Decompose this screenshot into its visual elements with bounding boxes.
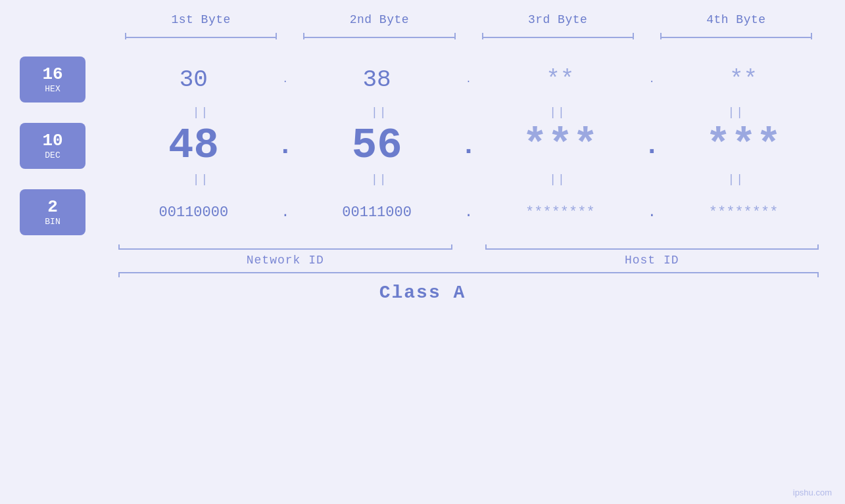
hex-byte3: ** (479, 66, 642, 93)
dec-base: DEC (45, 150, 60, 160)
top-bracket-row (112, 32, 825, 43)
bottom-bracket-row (112, 238, 825, 250)
bracket-byte2-left (303, 33, 304, 39)
dec-byte1: 48 (112, 122, 276, 170)
dec-row: 10 DEC 48 . 56 . *** . *** (20, 122, 825, 170)
bin-base: BIN (45, 217, 60, 227)
class-section: Class A (20, 272, 825, 303)
pipe-sym7: || (549, 173, 566, 186)
bin-label-box: 2 BIN (20, 189, 85, 235)
equals-row-1: || || || || (112, 103, 825, 122)
hostid-bracket (479, 238, 826, 250)
network-id-label: Network ID (112, 254, 459, 267)
bin-number: 2 (47, 198, 58, 217)
hostid-bracket-line (485, 248, 819, 250)
eq1-byte2: || (290, 103, 468, 122)
pipe-sym5: || (193, 173, 210, 186)
netid-bracket (112, 238, 459, 250)
byte-headers: 1st Byte 2nd Byte 3rd Byte 4th Byte (112, 13, 825, 26)
dec-label-box: 10 DEC (20, 123, 85, 169)
dec-byte2: 56 (295, 122, 459, 170)
bracket-byte1-right (276, 33, 277, 39)
bracket-byte3-line (482, 37, 634, 38)
dec-byte4: *** (662, 122, 825, 170)
bin-byte4: ******** (662, 204, 825, 221)
bracket-byte3 (469, 32, 647, 43)
pipe-sym3: || (549, 106, 566, 119)
dec-byte3: *** (479, 122, 642, 170)
bracket-byte2-right (454, 33, 456, 39)
dec-values: 48 . 56 . *** . *** (112, 122, 825, 170)
eq2-byte3: || (469, 170, 647, 189)
bracket-byte3-right (633, 33, 634, 39)
dec-dot2: . (459, 131, 479, 161)
hex-number: 16 (42, 65, 62, 84)
pipe-sym4: || (728, 106, 745, 119)
byte1-header: 1st Byte (112, 13, 290, 26)
watermark: ipshu.com (793, 488, 832, 497)
bracket-spacer (459, 238, 479, 250)
byte3-header: 3rd Byte (469, 13, 647, 26)
bracket-byte4-left (660, 33, 662, 39)
bracket-byte2 (290, 32, 468, 43)
bin-byte3: ******** (479, 204, 642, 221)
dec-dot3: . (642, 131, 662, 161)
netid-bracket-line (118, 248, 452, 250)
main-container: 1st Byte 2nd Byte 3rd Byte 4th Byte (0, 0, 845, 504)
hex-row: 16 HEX 30 . 38 . ** . ** (20, 57, 825, 103)
bin-byte1: 00110000 (112, 204, 276, 221)
dec-dot1: . (276, 131, 295, 161)
hex-byte4: ** (662, 66, 825, 93)
class-bracket-line (118, 272, 819, 273)
eq2-byte1: || (112, 170, 290, 189)
host-id-label: Host ID (479, 254, 826, 267)
class-bracket-left (118, 272, 120, 277)
byte4-header: 4th Byte (647, 13, 825, 26)
eq2-byte2: || (290, 170, 468, 189)
pipe-sym2: || (371, 106, 388, 119)
equals-row-2: || || || || (112, 170, 825, 189)
bin-row: 2 BIN 00110000 . 00111000 . ******** . *… (20, 189, 825, 235)
hex-values: 30 . 38 . ** . ** (112, 66, 825, 93)
class-bracket-right (817, 272, 819, 277)
label-spacer (459, 254, 479, 267)
hex-byte2: 38 (295, 66, 459, 93)
bracket-byte1 (112, 32, 290, 43)
bracket-byte1-line (125, 37, 277, 38)
hostid-bracket-right (817, 244, 819, 250)
hex-dot3: . (642, 74, 662, 85)
eq1-byte3: || (469, 103, 647, 122)
hex-byte1: 30 (112, 66, 276, 93)
bin-dot1: . (276, 204, 295, 221)
netid-bracket-left (118, 244, 120, 250)
bracket-byte4-line (660, 37, 812, 38)
hex-base: HEX (45, 84, 60, 94)
hex-label-box: 16 HEX (20, 57, 85, 103)
netid-bracket-right (451, 244, 452, 250)
hex-dot2: . (459, 74, 479, 85)
hostid-bracket-left (485, 244, 487, 250)
eq1-byte4: || (647, 103, 825, 122)
bin-dot3: . (642, 204, 662, 221)
bin-values: 00110000 . 00111000 . ******** . *******… (112, 204, 825, 221)
byte2-header: 2nd Byte (290, 13, 468, 26)
bin-dot2: . (459, 204, 479, 221)
bracket-byte3-left (482, 33, 483, 39)
eq1-byte1: || (112, 103, 290, 122)
pipe-sym8: || (728, 173, 745, 186)
bracket-byte2-line (303, 37, 455, 38)
bracket-byte4 (647, 32, 825, 43)
id-label-row: Network ID Host ID (112, 254, 825, 267)
eq2-byte4: || (647, 170, 825, 189)
bracket-byte4-right (811, 33, 812, 39)
pipe-sym6: || (371, 173, 388, 186)
class-bracket (112, 272, 825, 279)
dec-number: 10 (42, 131, 62, 150)
bracket-byte1-left (125, 33, 126, 39)
class-label: Class A (20, 283, 825, 303)
hex-dot1: . (276, 74, 295, 85)
bin-byte2: 00111000 (295, 204, 459, 221)
pipe-sym1: || (193, 106, 210, 119)
